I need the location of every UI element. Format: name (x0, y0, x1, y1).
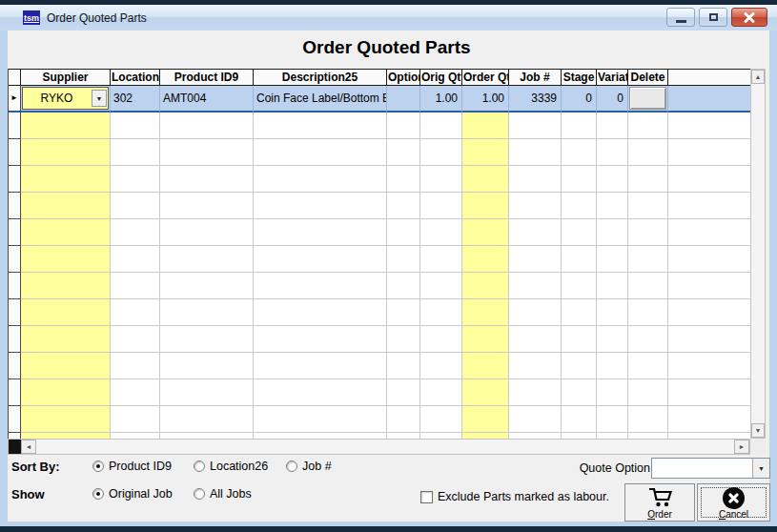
grid-cell-job (509, 166, 562, 193)
job-number-cell[interactable]: 3339 (509, 86, 562, 113)
radio-label: All Jobs (210, 487, 252, 501)
grid-cell-order_qty[interactable] (462, 273, 509, 299)
horizontal-scrollbar[interactable]: ◄ ► (8, 439, 750, 455)
grid-cell-supplier[interactable] (21, 273, 111, 299)
scroll-up-icon[interactable]: ▲ (751, 70, 765, 84)
exclude-labour-checkbox[interactable]: Exclude Parts marked as labour. (420, 490, 609, 503)
grid-cell-description25 (254, 166, 387, 193)
grid-cell-delete (628, 139, 668, 166)
grid-cell-description25 (254, 353, 387, 379)
grid-cell-job (509, 379, 562, 406)
grid-cell-description25 (254, 379, 387, 406)
grid-cell-orig_qty (420, 219, 462, 246)
cancel-button[interactable]: Cancel (697, 483, 770, 522)
grid-cell-variation (597, 406, 628, 433)
grid-cell-supplier[interactable] (21, 379, 111, 406)
grid-cell-product_id9 (160, 113, 254, 139)
grid-cell-order_qty[interactable] (462, 113, 509, 139)
supplier-dropdown-icon[interactable]: ▼ (92, 90, 107, 107)
radio-job-number[interactable]: Job # (286, 460, 332, 473)
scroll-right-icon[interactable]: ► (734, 440, 749, 454)
grid-cell-order_qty[interactable] (462, 406, 509, 433)
grid-cell-description25 (254, 299, 387, 326)
grid-cell-supplier[interactable] (21, 353, 111, 379)
grid-cell-option (387, 326, 420, 353)
grid-cell-supplier[interactable] (21, 299, 111, 326)
product-id9-cell[interactable]: AMT004 (160, 86, 254, 113)
grid-cell-supplier[interactable] (21, 139, 111, 166)
grid-cell-order_qty[interactable] (462, 246, 509, 273)
vertical-scrollbar[interactable]: ▲ ▼ (750, 69, 766, 439)
grid-cell-filler (668, 113, 750, 139)
grid-cell-location26 (111, 326, 160, 353)
grid-cell-job (509, 246, 562, 273)
grid-cell-filler (668, 406, 750, 433)
minimize-icon (676, 20, 686, 23)
grid-cell-supplier[interactable] (21, 113, 111, 139)
grid-cell-supplier[interactable] (21, 219, 111, 246)
grid-cell-order_qty[interactable] (462, 193, 509, 219)
grid-cell-supplier[interactable] (21, 326, 111, 353)
parts-grid: Supplier Location26 Product ID9 Descript… (8, 69, 766, 455)
radio-label: Location26 (210, 460, 268, 473)
radio-product-id9[interactable]: Product ID9 (92, 460, 172, 473)
titlebar[interactable]: tsm Order Quoted Parts (0, 5, 777, 31)
scroll-down-icon[interactable]: ▼ (751, 423, 765, 438)
option-cell[interactable] (387, 86, 420, 113)
close-button[interactable] (731, 8, 767, 27)
orig-qty-cell[interactable]: 1.00 (420, 86, 462, 113)
grid-cell-option (387, 299, 420, 326)
grid-cell-job (509, 113, 562, 139)
delete-button[interactable] (629, 87, 666, 110)
description25-cell[interactable]: Coin Face Label/Bottom Bla (254, 86, 387, 113)
grid-cell-order_qty[interactable] (462, 379, 509, 406)
location26-cell[interactable]: 302 (111, 86, 160, 113)
order-button[interactable]: Order (624, 483, 695, 522)
grid-cell-order_qty[interactable] (462, 166, 509, 193)
scrollbar-corner (750, 439, 766, 455)
grid-cell-orig_qty (420, 246, 462, 273)
variation-cell[interactable]: 0 (597, 86, 628, 113)
quote-option-dropdown[interactable]: ▼ (651, 458, 770, 479)
stage-cell[interactable]: 0 (562, 86, 597, 113)
scroll-left-icon[interactable]: ◄ (21, 440, 36, 454)
grid-cell-supplier[interactable] (21, 406, 111, 433)
grid-cell-supplier[interactable] (21, 193, 111, 219)
grid-cell-order_qty[interactable] (462, 353, 509, 379)
empty-row (9, 353, 750, 379)
column-header-stage: Stage (562, 69, 597, 86)
grid-cell-product_id9 (160, 353, 254, 379)
grid-cell-variation (597, 299, 628, 326)
grid-cell-job (509, 406, 562, 433)
order-qty-cell[interactable]: 1.00 (462, 86, 509, 113)
grid-cell-order_qty[interactable] (462, 139, 509, 166)
grid-cell-order_qty[interactable] (462, 326, 509, 353)
empty-row (9, 379, 750, 406)
scrollbar-corner-block (9, 440, 21, 454)
grid-cell-supplier[interactable] (21, 246, 111, 273)
grid-cell-order_qty[interactable] (462, 219, 509, 246)
window-border-left (0, 31, 8, 526)
radio-original-job[interactable]: Original Job (92, 487, 173, 501)
row-selector-cell[interactable]: ► (9, 86, 21, 113)
supplier-combobox[interactable]: RYKO ▼ (22, 87, 109, 110)
row-selector-cell (9, 326, 21, 353)
grid-cell-supplier[interactable] (21, 166, 111, 193)
radio-location26[interactable]: Location26 (194, 460, 268, 473)
minimize-button[interactable] (666, 8, 695, 27)
grid-cell-delete (628, 353, 668, 379)
grid-cell-option (387, 353, 420, 379)
empty-row (9, 113, 750, 139)
grid-cell-location26 (111, 219, 160, 246)
grid-cell-location26 (111, 166, 160, 193)
maximize-button[interactable] (699, 8, 727, 27)
grid-cell-option (387, 219, 420, 246)
grid-cell-description25 (254, 139, 387, 166)
radio-all-jobs[interactable]: All Jobs (194, 487, 252, 501)
column-header-location26: Location26 (111, 69, 160, 86)
grid-cell-location26 (111, 273, 160, 299)
grid-cell-order_qty[interactable] (462, 299, 509, 326)
grid-cell-filler (668, 379, 750, 406)
quote-dropdown-icon[interactable]: ▼ (752, 459, 769, 478)
grid-cell-filler (668, 299, 750, 326)
